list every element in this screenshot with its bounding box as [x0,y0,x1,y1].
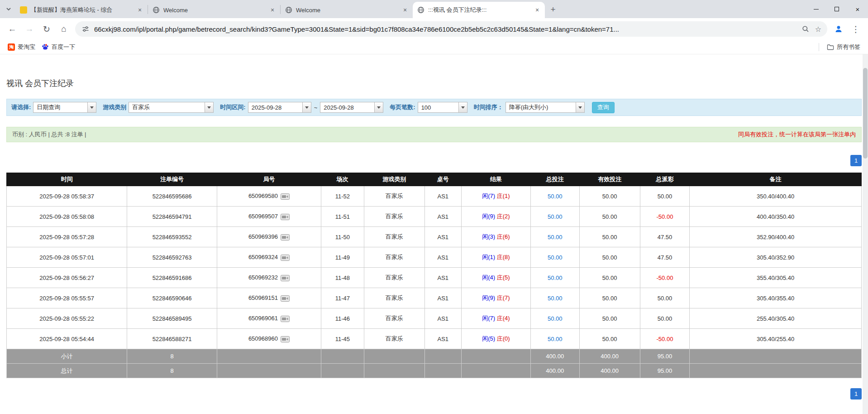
tab-close-icon[interactable]: × [401,6,409,14]
reload-button[interactable]: ↻ [39,21,54,37]
total-bet-link[interactable]: 50.00 [548,234,563,241]
page-size-select[interactable]: 100 [418,102,467,113]
session-cell: 11-46 [321,308,364,329]
profile-avatar-icon[interactable] [831,21,846,37]
all-bookmarks-label: 所有书签 [837,43,860,51]
column-header: 结果 [461,173,530,186]
bet-record-row: 2025-09-28 05:55:57522846590646650969151… [7,288,862,308]
summary-cell [217,364,321,378]
page-button-1[interactable]: 1 [850,155,862,166]
game-cell: 百家乐 [364,308,424,329]
tab-close-icon[interactable]: × [533,6,541,14]
zoom-icon[interactable] [799,23,812,35]
total-bet-link[interactable]: 50.00 [548,213,563,220]
address-bar[interactable]: 66cxkj98.com/ipl/portal.php/game/betreco… [75,21,827,37]
bookmark-aitaobao[interactable]: 淘 爱淘宝 [5,42,38,53]
chevron-down-icon[interactable] [458,102,467,112]
browser-toolbar: ← → ↻ ⌂ 66cxkj98.com/ipl/portal.php/game… [0,18,868,40]
player-result: 闲(3) [482,233,495,240]
minimize-button[interactable] [806,0,826,18]
camera-icon[interactable] [281,254,290,260]
total-label: 总计 [7,364,127,378]
bet-id-cell: 522846592763 [127,247,217,268]
tab-search-chevron-icon[interactable] [3,3,14,15]
result-cell: 闲(3) 庄(6) [461,227,530,247]
tab-close-icon[interactable]: × [268,6,277,14]
tab-welcome-2[interactable]: Welcome × [281,2,413,18]
round-cell: 650969580 [217,186,321,207]
player-result: 闲(5) [482,335,495,342]
back-button[interactable]: ← [5,21,20,37]
camera-icon[interactable] [281,274,290,281]
pagination-top: 1 [6,155,862,166]
forward-button[interactable]: → [22,21,37,37]
date-range-label: 时间区间: [220,103,245,111]
tab-close-icon[interactable]: × [136,6,144,14]
table-no-cell: AS1 [424,186,461,207]
payout-cell: 50.00 [640,288,690,308]
total-bet-link[interactable]: 50.00 [548,295,563,302]
bet-id-cell: 522846590646 [127,288,217,308]
total-bet-link[interactable]: 50.00 [548,193,563,200]
camera-icon[interactable] [281,193,290,199]
camera-icon[interactable] [281,335,290,342]
search-button[interactable]: 查询 [592,102,615,113]
scrollbar[interactable] [863,54,868,414]
chevron-down-icon[interactable] [374,102,383,112]
bookmark-label: 爱淘宝 [18,43,35,51]
table-no-cell: AS1 [424,207,461,227]
total-bet-link[interactable]: 50.00 [548,315,563,322]
tab-welcome-1[interactable]: Welcome × [148,2,280,18]
game-type-select[interactable]: 百家乐 [129,102,214,113]
notice-warning-text: 同局有效投注，统一计算在该局第一张注单内 [738,130,856,139]
player-result: 闲(4) [482,274,495,281]
time-cell: 2025-09-28 05:54:44 [7,329,127,349]
bookmark-star-icon[interactable]: ☆ [812,23,825,35]
close-window-button[interactable]: × [847,0,868,18]
total-bet-cell: 50.00 [530,268,579,288]
total-bet-link[interactable]: 50.00 [548,336,563,342]
banker-result: 庄(2) [497,213,510,220]
maximize-button[interactable] [826,0,847,18]
date-to-input[interactable]: 2025-09-28 [320,102,383,113]
all-bookmarks-button[interactable]: 所有书签 [824,42,863,53]
column-header: 总投注 [530,173,579,186]
new-tab-button[interactable]: + [547,3,559,16]
summary-cell [364,364,424,378]
query-type-select[interactable]: 日期查询 [33,102,96,113]
result-cell: 闲(5) 庄(0) [461,329,530,349]
bookmark-baidu[interactable]: 百度一下 [38,42,78,53]
tab-forum[interactable]: 【新提醒】海燕策略论坛 - 综合 × [15,2,148,18]
total-bet-link[interactable]: 50.00 [548,274,563,281]
banker-result: 庄(8) [497,254,510,260]
chevron-down-icon[interactable] [576,102,584,112]
camera-icon[interactable] [281,315,290,322]
site-info-icon[interactable] [81,25,91,33]
minimize-icon [814,9,819,10]
range-separator: ~ [314,104,318,111]
total-bet-link[interactable]: 50.00 [548,254,563,261]
globe-icon [285,6,292,14]
camera-icon[interactable] [281,233,290,240]
game-cell: 百家乐 [364,227,424,247]
page-button-1[interactable]: 1 [850,388,862,400]
date-from-input[interactable]: 2025-09-28 [248,102,311,113]
pagination-bottom: 1 [6,388,862,400]
sort-order-select[interactable]: 降幂(由大到小) [506,102,585,113]
scrollbar-thumb[interactable] [863,68,868,159]
summary-cell [321,364,364,378]
camera-icon[interactable] [281,294,290,301]
payout-cell: 50.00 [640,186,690,207]
camera-icon[interactable] [281,213,290,220]
chevron-down-icon[interactable] [87,102,96,112]
result-cell: 闲(4) 庄(5) [461,268,530,288]
chevron-down-icon[interactable] [205,102,213,112]
chevron-down-icon[interactable] [302,102,311,112]
tab-bet-records-active[interactable]: :::视讯 会员下注纪录::: × [413,2,545,18]
result-cell: 闲(9) 庄(2) [461,207,530,227]
payout-cell: 47.50 [640,247,690,268]
home-button[interactable]: ⌂ [56,21,72,37]
table-no-cell: AS1 [424,247,461,268]
menu-icon[interactable]: ⋮ [848,21,863,37]
valid-bet-cell: 50.00 [579,247,640,268]
